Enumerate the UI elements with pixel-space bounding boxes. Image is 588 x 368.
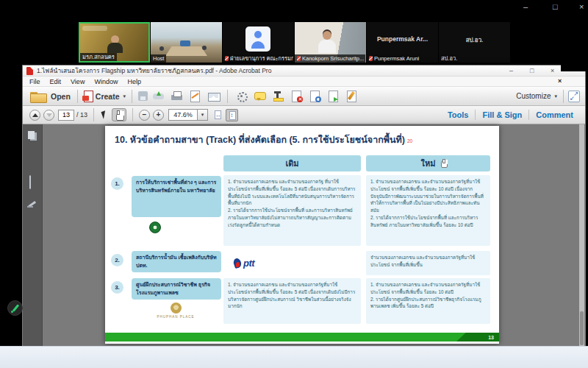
row-topic: การให้บริการเช่าพื้นที่ต่าง ๆ และการบริห… <box>132 176 221 217</box>
menu-edit[interactable]: Edit <box>50 78 62 85</box>
attachments-paperclip-icon[interactable] <box>29 175 31 189</box>
phuphan-place-caption: PHUPHAN PLACE <box>146 315 205 319</box>
taskbar: zm ∧ ENG 12:00 16/10/2568 <box>0 346 588 368</box>
chevron-down-icon[interactable]: ▾ <box>554 93 557 99</box>
participant-name: Kanokporn Srisucharitp... <box>302 54 364 63</box>
zoom-meeting-strip: – □ × มรภ.สกลนคร Host ฝ่ายเลขานุการ คณะก… <box>0 0 588 65</box>
participant-name: มรภ.สกลนคร <box>82 53 115 61</box>
tab-fill-sign[interactable]: Fill & Sign <box>476 110 528 119</box>
separator <box>132 108 133 121</box>
university-seal-logo <box>149 222 161 233</box>
separator <box>563 90 564 103</box>
tab-tools[interactable]: Tools <box>441 110 476 119</box>
print-icon[interactable] <box>171 90 183 102</box>
menu-window[interactable]: Window <box>94 78 118 85</box>
page-number-input[interactable] <box>58 110 74 121</box>
zoom-in-button[interactable]: + <box>153 110 164 121</box>
restore-button[interactable]: □ <box>530 66 534 76</box>
fullscreen-expand-icon[interactable]: ↗ ↙ <box>568 91 580 102</box>
maximize-button[interactable]: □ <box>553 1 558 12</box>
fit-width-button[interactable]: ↔ <box>212 109 224 121</box>
settings-gear-icon[interactable] <box>235 90 248 102</box>
slide-title: 10. หัวข้อคำถามสาขา (Track) ที่ส่งคัดเลื… <box>115 132 410 147</box>
highlight-text-icon[interactable] <box>272 90 284 102</box>
preflight-page-icon[interactable] <box>309 90 321 102</box>
virtual-background-watermark <box>82 26 107 31</box>
next-page-button[interactable] <box>43 110 54 121</box>
cell-new-row3: 1. จำนวนของภาคเอกชน และจำนวนของภาครัฐที่… <box>366 278 490 324</box>
create-pdf-icon[interactable] <box>82 90 93 102</box>
document-area: 10. หัวข้อคำถามสาขา (Track) ที่ส่งคัดเลื… <box>23 124 585 347</box>
save-icon[interactable] <box>138 91 148 101</box>
row-number: 2. <box>111 254 123 266</box>
fit-page-button-active[interactable]: ↔ <box>226 109 238 121</box>
main-toolbar: Open Create ▾ Customize ▾ <box>23 87 585 106</box>
tab-comment[interactable]: Comment <box>529 110 580 119</box>
slide-title-ref: 20 <box>407 138 412 144</box>
separator <box>93 108 94 121</box>
close-button[interactable]: × <box>579 1 584 12</box>
video-tile-opsaw[interactable]: สป.อว. สป.อว. <box>439 22 510 63</box>
close-button[interactable]: × <box>551 66 554 76</box>
separator <box>132 90 132 103</box>
row-topic: ศูนย์ฝึกประสบการณ์วิชาชีพ ธุรกิจโรงแรมภู… <box>132 278 221 300</box>
column-header-old: เดิม <box>223 155 361 171</box>
hand-tool-button-active[interactable] <box>112 108 126 121</box>
row-number: 3. <box>111 281 123 294</box>
video-tile-active-speaker[interactable]: มรภ.สกลนคร <box>79 22 150 63</box>
zoom-window-overlap <box>561 65 588 71</box>
avatar-placeholder-icon <box>245 26 270 52</box>
open-folder-icon[interactable] <box>29 90 47 102</box>
ptt-logo-text: ptt <box>243 258 254 269</box>
video-tile-punpermsak[interactable]: Punpermsak Ar... Punpermsak Aruni <box>367 22 438 63</box>
zoom-level-input[interactable]: 47.6% <box>168 109 198 121</box>
signatures-icon[interactable] <box>27 199 37 209</box>
participant-display-name: สป.อว. <box>439 35 510 45</box>
delete-page-icon[interactable] <box>290 90 303 102</box>
video-tile-kanokporn[interactable]: Kanokporn Srisucharitp... <box>295 22 366 63</box>
participant-name: ฝ่ายเลขานุการ คณะกรรมกา... <box>230 54 293 63</box>
video-tile-avatar[interactable]: ฝ่ายเลขานุการ คณะกรรมกา... <box>223 22 294 63</box>
participant-display-name: Punpermsak Ar... <box>367 35 438 43</box>
select-tool-icon[interactable] <box>101 110 107 118</box>
zoom-out-button[interactable]: − <box>139 110 150 121</box>
export-page-icon[interactable] <box>327 90 340 102</box>
toolbar-close-icon[interactable]: × <box>558 77 562 85</box>
minimize-button[interactable]: – <box>509 66 513 76</box>
previous-page-button[interactable] <box>29 110 40 121</box>
arrow-down-left: ↙ <box>570 96 575 102</box>
window-title: 1.ไฟล์นำเสนอโครงการ Flagship มหาวิทยาลัย… <box>37 66 271 76</box>
annotation-pencil-button[interactable] <box>7 300 23 316</box>
zoom-level-dropdown[interactable]: ▾ <box>198 109 208 121</box>
title-bar[interactable]: 1.ไฟล์นำเสนอโครงการ Flagship มหาวิทยาลัย… <box>23 66 585 77</box>
comment-bubble-icon[interactable] <box>254 90 266 102</box>
video-tile-host[interactable]: Host <box>151 22 222 63</box>
participant-name: Punpermsak Aruni <box>374 54 419 63</box>
acrobat-app-icon <box>26 67 33 75</box>
menu-bar: File Edit View Window Help × <box>23 77 585 87</box>
chevron-down-icon[interactable]: ▾ <box>123 93 126 99</box>
minimize-button[interactable]: – <box>523 1 528 12</box>
muted-mic-icon <box>369 56 373 61</box>
customize-button[interactable]: Customize <box>516 92 551 100</box>
create-button[interactable]: Create <box>96 92 120 101</box>
cell-old-row1: 1. จำนวนของภาคเอกชน และจำนวนของภาครัฐ ที… <box>223 175 361 246</box>
row-number: 1. <box>111 177 123 190</box>
page-thumbnails-icon[interactable] <box>27 130 37 141</box>
navigation-pane <box>23 124 43 347</box>
column-header-new: ใหม่ <box>366 155 490 171</box>
menu-file[interactable]: File <box>29 78 40 85</box>
page-total-label: / 13 <box>76 111 87 118</box>
menu-view[interactable]: View <box>71 78 85 85</box>
cell-old-row3: 1. จำนวนของภาคเอกชน และจำนวนของภาครัฐที่… <box>223 278 361 324</box>
vertical-scrollbar[interactable] <box>579 124 584 347</box>
email-icon[interactable] <box>207 90 220 102</box>
cloud-upload-icon[interactable] <box>152 90 165 102</box>
muted-mic-icon <box>297 56 301 61</box>
menu-help[interactable]: Help <box>127 78 141 85</box>
sign-page-icon[interactable] <box>189 90 201 102</box>
acrobat-window: 1.ไฟล์นำเสนอโครงการ Flagship มหาวิทยาลัย… <box>22 65 586 346</box>
stamp-pen-icon[interactable] <box>345 90 358 102</box>
open-button[interactable]: Open <box>51 92 71 101</box>
phuphan-place-logo <box>171 302 182 314</box>
